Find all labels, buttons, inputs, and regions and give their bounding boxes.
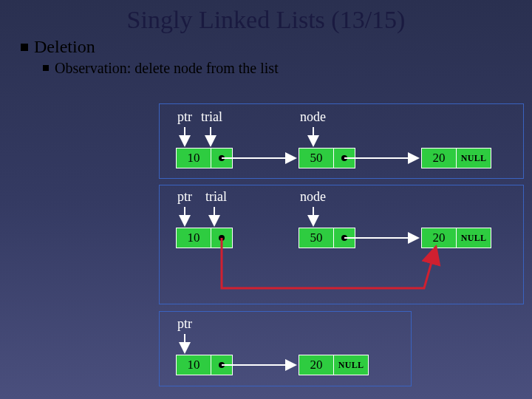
label-ptr3: ptr xyxy=(177,316,192,332)
row2-node-20: 20 NULL xyxy=(421,228,491,248)
row1-node-20: 20 NULL xyxy=(421,148,491,168)
row2-node-50: 50 xyxy=(299,228,355,248)
row1-node-10: 10 xyxy=(176,148,233,168)
bullet-level-2: Observation: delete node from the list xyxy=(21,60,532,77)
row3-null: NULL xyxy=(334,355,369,375)
row1-node-10-ptr xyxy=(211,148,233,168)
row3-node-10-value: 10 xyxy=(176,355,211,375)
label-node1: node xyxy=(300,109,326,125)
row2-frame xyxy=(159,185,524,304)
bullet-deletion: Deletion Observation: delete node from t… xyxy=(21,37,532,77)
bullet-observation: Observation: delete node from the list xyxy=(43,60,532,77)
row2-node-10-value: 10 xyxy=(176,228,211,248)
label-trial2: trial xyxy=(205,189,227,205)
row1-null: NULL xyxy=(457,148,491,168)
row1-node-20-value: 20 xyxy=(421,148,457,168)
row3-node-20: 20 NULL xyxy=(299,355,369,375)
dot-icon xyxy=(341,235,347,241)
row1-node-50-ptr xyxy=(334,148,355,168)
row1-frame xyxy=(159,103,524,179)
dot-icon xyxy=(341,155,347,161)
page-title: Singly Linked Lists (13/15) xyxy=(0,0,532,37)
row2-node-50-ptr xyxy=(334,228,355,248)
row2-node-50-value: 50 xyxy=(299,228,334,248)
dot-icon xyxy=(219,235,225,241)
row2-node-10-ptr xyxy=(211,228,233,248)
row3-node-10: 10 xyxy=(176,355,233,375)
row2-node-20-value: 20 xyxy=(421,228,457,248)
row3-frame xyxy=(159,311,412,386)
row1-node-10-value: 10 xyxy=(176,148,211,168)
label-trial1: trial xyxy=(201,109,222,125)
dot-icon xyxy=(219,155,225,161)
bullet-level-1: Deletion Observation: delete node from t… xyxy=(0,37,532,77)
row1-node-50-value: 50 xyxy=(299,148,334,168)
label-ptr2: ptr xyxy=(177,189,192,205)
label-ptr1: ptr xyxy=(177,109,192,125)
label-node2: node xyxy=(300,189,326,205)
dot-icon xyxy=(219,362,225,368)
row2-null: NULL xyxy=(457,228,491,248)
row1-node-50: 50 xyxy=(299,148,355,168)
row3-node-20-value: 20 xyxy=(299,355,334,375)
row3-node-10-ptr xyxy=(211,355,233,375)
row2-node-10: 10 xyxy=(176,228,233,248)
